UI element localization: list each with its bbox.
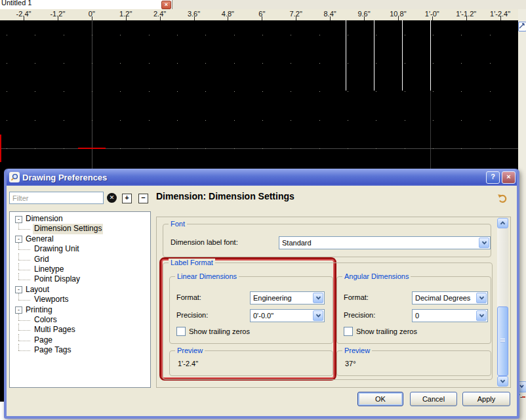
tree-item-colors[interactable]: Colors bbox=[10, 315, 150, 325]
tree-item-drawing-unit[interactable]: Drawing Unit bbox=[10, 244, 150, 254]
grid-dot bbox=[149, 148, 150, 149]
linear-format-label: Format: bbox=[176, 293, 201, 301]
grid-dot bbox=[405, 91, 405, 92]
tree-item-label: Viewports bbox=[34, 295, 68, 304]
angular-precision-select[interactable]: 0 bbox=[412, 309, 488, 322]
chevron-down-icon[interactable] bbox=[313, 293, 323, 303]
angular-trailing-zeros-checkbox[interactable] bbox=[344, 327, 353, 336]
grid-dot bbox=[149, 91, 150, 92]
tree-item-point-display[interactable]: Point Display bbox=[10, 274, 150, 284]
chevron-down-icon[interactable] bbox=[476, 293, 487, 303]
close-button[interactable]: × bbox=[502, 171, 516, 184]
angular-format-select[interactable]: Decimal Degrees bbox=[412, 291, 488, 304]
grid-dot bbox=[291, 35, 291, 35]
linear-precision-select[interactable]: 0'-0.0" bbox=[250, 309, 325, 322]
grid-dot bbox=[177, 63, 178, 64]
tree-item-layout[interactable]: -Layout bbox=[10, 285, 150, 295]
grid-dot bbox=[234, 148, 235, 149]
tree-item-linetype[interactable]: Linetype bbox=[10, 264, 150, 274]
grid-dot bbox=[348, 148, 348, 149]
clear-filter-icon[interactable]: ✕ bbox=[107, 193, 117, 203]
linear-trailing-zeros-checkbox[interactable] bbox=[176, 327, 186, 336]
grid-dot bbox=[35, 120, 35, 121]
tree-expand-box[interactable]: - bbox=[15, 306, 22, 314]
grid-dot bbox=[35, 35, 35, 35]
grid-dot bbox=[177, 35, 178, 35]
grid-dot bbox=[7, 120, 7, 121]
tree-item-label: Grid bbox=[34, 255, 49, 264]
tree-item-dimension[interactable]: -Dimension bbox=[10, 214, 150, 224]
grid-dot bbox=[433, 148, 434, 149]
ok-button[interactable]: OK bbox=[357, 392, 403, 406]
tree-item-viewports[interactable]: Viewports bbox=[10, 295, 150, 304]
extension-line bbox=[402, 20, 403, 91]
chevron-down-icon[interactable] bbox=[476, 310, 487, 321]
panel-scrollbar[interactable] bbox=[497, 218, 508, 387]
grid-dot bbox=[35, 91, 35, 92]
tree-item-page[interactable]: Page bbox=[10, 335, 150, 345]
grid-dot bbox=[7, 35, 7, 35]
tree-item-label: Layout bbox=[26, 285, 49, 295]
crosshair-cursor bbox=[0, 135, 1, 162]
tree-expand-box[interactable]: - bbox=[15, 286, 22, 293]
cancel-button[interactable]: Cancel bbox=[410, 392, 457, 406]
grid-dot bbox=[234, 35, 235, 35]
tree-item-grid[interactable]: Grid bbox=[10, 255, 150, 264]
grid-dot bbox=[376, 148, 376, 149]
tree-item-label: Dimension Settings bbox=[33, 224, 103, 234]
angular-preview-label: Preview bbox=[342, 346, 372, 354]
filter-input[interactable] bbox=[9, 192, 104, 204]
grid-dot bbox=[120, 148, 121, 149]
grid-dot bbox=[149, 120, 150, 121]
chevron-down-icon[interactable] bbox=[479, 238, 489, 248]
tab-close-icon[interactable]: × bbox=[161, 1, 171, 9]
grid-dot bbox=[348, 91, 348, 92]
grid-dot bbox=[149, 35, 150, 35]
tree-item-multi-pages[interactable]: Multi Pages bbox=[10, 325, 150, 335]
grid-dot bbox=[376, 63, 376, 64]
tree-item-label: Colors bbox=[34, 315, 57, 325]
tree-item-general[interactable]: -General bbox=[10, 234, 150, 244]
grid-dot bbox=[177, 91, 178, 92]
document-tab-bar: Untitled 1 × bbox=[0, 0, 526, 10]
dimension-font-select[interactable]: Standard bbox=[279, 236, 491, 249]
grid-dot bbox=[319, 120, 320, 121]
grid-dot bbox=[490, 120, 491, 121]
tree-item-label: General bbox=[26, 234, 54, 244]
viewport-tool-icon[interactable] bbox=[518, 22, 526, 32]
extension-line bbox=[346, 20, 346, 91]
tree-expand-box[interactable]: - bbox=[15, 236, 22, 243]
collapse-all-icon[interactable]: − bbox=[138, 194, 148, 203]
tree-expand-box[interactable]: - bbox=[15, 216, 22, 223]
settings-tree: -DimensionDimension Settings-GeneralDraw… bbox=[9, 211, 151, 388]
tree-item-label: Point Display bbox=[34, 274, 80, 284]
help-button[interactable]: ? bbox=[486, 171, 500, 184]
document-tab-title: Untitled 1 bbox=[1, 0, 31, 7]
expand-all-icon[interactable]: + bbox=[122, 194, 132, 203]
grid-dot bbox=[291, 63, 291, 64]
apply-button[interactable]: Apply bbox=[462, 392, 510, 406]
grid-dot bbox=[490, 91, 491, 92]
grid-dot bbox=[120, 120, 121, 121]
scroll-up-icon[interactable] bbox=[497, 218, 508, 228]
scrollbar-thumb[interactable] bbox=[497, 306, 508, 376]
document-tab[interactable]: Untitled 1 × bbox=[0, 0, 172, 9]
app-icon bbox=[9, 172, 20, 182]
settings-panel: Font Dimension label font: Standard Labe… bbox=[156, 217, 511, 388]
grid-dot bbox=[461, 148, 462, 149]
grid-dot bbox=[7, 63, 7, 64]
grid-dot bbox=[319, 35, 320, 35]
grid-dot bbox=[149, 63, 150, 64]
dialog-title-bar[interactable]: Drawing Preferences ? × bbox=[7, 169, 517, 186]
grid-dot bbox=[433, 120, 434, 121]
grid-dot bbox=[262, 63, 263, 64]
dialog-title: Drawing Preferences bbox=[22, 173, 484, 182]
tree-item-printing[interactable]: -Printing bbox=[10, 305, 150, 315]
grid-dot bbox=[490, 148, 491, 149]
tree-item-page-tags[interactable]: Page Tags bbox=[10, 345, 150, 355]
revert-icon[interactable] bbox=[497, 194, 508, 203]
chevron-down-icon[interactable] bbox=[313, 310, 323, 321]
linear-format-select[interactable]: Engineering bbox=[250, 291, 325, 304]
tree-item-dimension-settings[interactable]: Dimension Settings bbox=[10, 224, 150, 234]
scroll-down-icon[interactable] bbox=[497, 376, 508, 387]
